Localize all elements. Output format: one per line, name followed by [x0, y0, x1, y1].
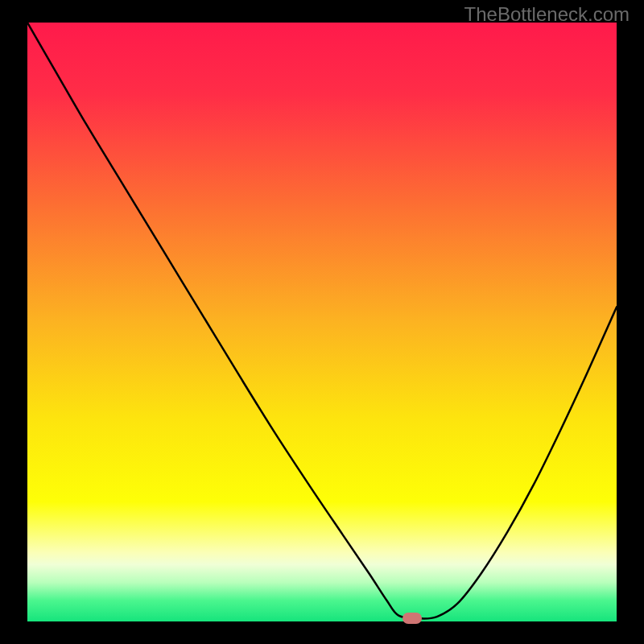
curve-layer	[27, 23, 617, 621]
watermark-text: TheBottleneck.com	[464, 3, 630, 26]
chart-frame: TheBottleneck.com	[0, 0, 644, 644]
bottleneck-curve	[27, 23, 617, 619]
optimal-marker	[402, 613, 422, 624]
plot-area	[27, 23, 617, 621]
